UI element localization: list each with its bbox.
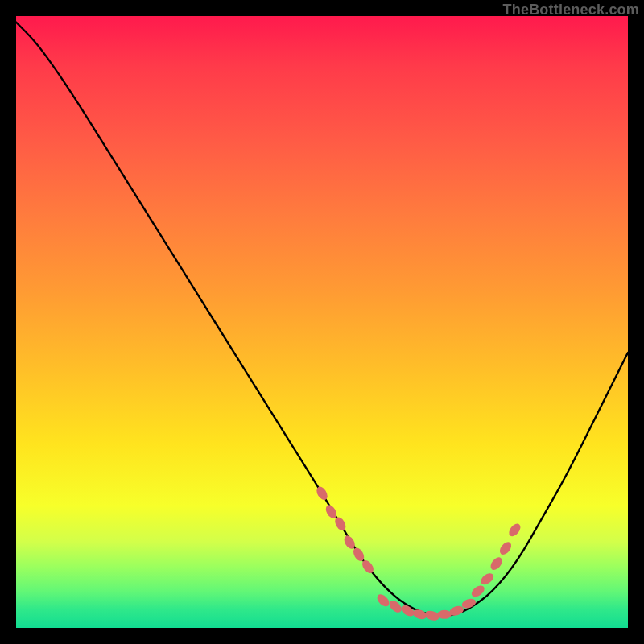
dot [479,571,496,587]
dot [469,584,486,600]
dot [437,610,452,619]
plot-area [16,16,628,628]
dot [506,522,522,539]
dot [315,485,330,502]
dot [332,515,348,532]
chart-svg [16,16,628,628]
dot [375,592,392,609]
scatter-dots [315,485,523,622]
bottleneck-curve [16,23,628,616]
chart-frame: TheBottleneck.com [0,0,644,644]
dot [489,555,505,572]
dot [497,540,514,557]
